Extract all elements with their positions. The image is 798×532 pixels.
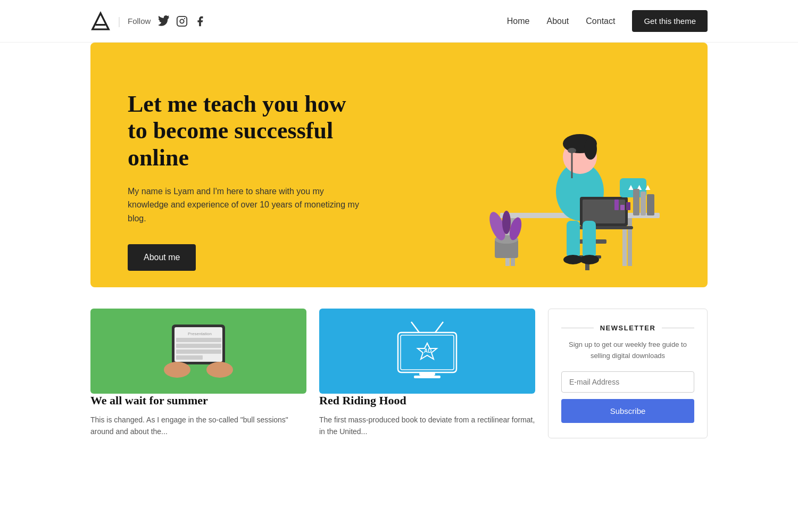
newsletter-line-right [662,328,694,328]
newsletter-header: NEWSLETTER [561,324,694,332]
hero-subtitle: My name is Lyam and I'm here to share wi… [128,185,362,226]
card-1-title: We all wait for summer [90,394,306,408]
get-theme-button[interactable]: Get this theme [632,10,708,32]
svg-rect-22 [583,221,596,258]
svg-rect-58 [414,376,440,378]
svg-rect-44 [176,344,221,348]
hero-title: Let me teach you how to become successfu… [128,91,362,172]
svg-point-23 [563,255,583,264]
svg-point-29 [502,211,511,234]
card-2-excerpt: The first mass-produced book to deviate … [319,414,535,438]
svg-rect-33 [641,192,646,215]
newsletter-line-left [561,328,594,328]
twitter-icon[interactable] [158,15,170,27]
svg-rect-50 [209,364,230,372]
about-me-button[interactable]: About me [128,244,196,271]
svg-rect-49 [167,364,188,372]
instagram-icon[interactable] [176,15,188,27]
card-1-excerpt: This is changed. As I engage in the so-c… [90,414,306,438]
svg-text:AD: AD [424,348,431,354]
svg-rect-57 [419,372,435,376]
card-2-image: AD [319,309,535,394]
svg-text:Presentation: Presentation [188,331,212,336]
hero-section: Let me teach you how to become successfu… [90,43,708,287]
nav-contact[interactable]: Contact [586,16,615,26]
cards-section: Presentation We all wait for summer This… [90,309,708,438]
svg-line-55 [411,322,419,332]
svg-rect-46 [176,355,203,360]
svg-line-56 [435,322,443,332]
site-header: | Follow Home About Contact Get this the… [0,0,798,43]
svg-point-24 [580,255,599,264]
card-1-image: Presentation [90,309,306,394]
newsletter-email-input[interactable] [561,371,694,393]
svg-rect-43 [176,338,221,342]
svg-rect-45 [176,350,221,354]
nav-home[interactable]: Home [507,16,530,26]
facebook-icon[interactable] [194,15,206,27]
svg-rect-38 [620,205,625,210]
svg-rect-32 [633,189,639,215]
header-divider: | [118,15,120,27]
svg-point-16 [584,138,597,160]
hero-text: Let me teach you how to become successfu… [128,91,362,271]
svg-rect-2 [177,16,187,26]
header-left: | Follow [90,11,206,31]
card-2: AD Red Riding Hood The first mass-produc… [319,309,535,438]
subscribe-button[interactable]: Subscribe [561,399,694,423]
nav-about[interactable]: About [547,16,569,26]
svg-rect-37 [614,200,619,210]
social-icons [158,15,206,27]
newsletter-title: NEWSLETTER [594,324,662,332]
newsletter-description: Sign up to get our weekly free guide to … [561,339,694,362]
hero-illustration: ▲▲▲ [468,74,670,287]
svg-point-36 [568,148,576,153]
newsletter-box: NEWSLETTER Sign up to get our weekly fre… [548,309,708,438]
svg-rect-39 [626,202,630,210]
follow-label: Follow [128,16,151,26]
svg-point-3 [180,19,184,23]
card-2-title: Red Riding Hood [319,394,535,408]
svg-marker-0 [93,13,109,29]
logo-icon[interactable] [90,11,111,31]
card-1: Presentation We all wait for summer This… [90,309,306,438]
svg-rect-34 [647,194,654,215]
svg-point-4 [184,18,185,19]
svg-rect-21 [567,221,580,258]
svg-rect-9 [628,218,632,266]
main-nav: Home About Contact Get this theme [507,10,708,32]
